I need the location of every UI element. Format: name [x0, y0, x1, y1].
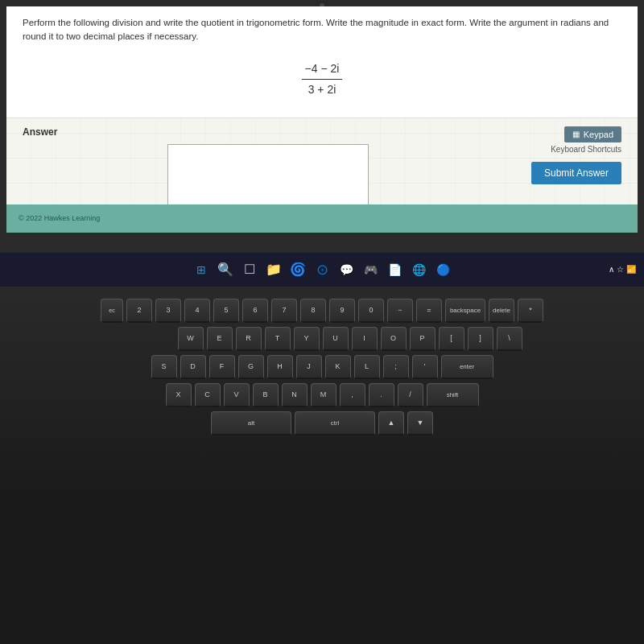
submit-section: Submit Answer: [531, 162, 621, 184]
key-shift[interactable]: shift: [427, 383, 479, 407]
key-bracket-right[interactable]: ]: [468, 327, 493, 351]
key-6[interactable]: 6: [242, 299, 268, 323]
denominator: 3 + 2i: [305, 80, 340, 98]
key-equals[interactable]: =: [416, 299, 442, 323]
copyright-text: © 2022 Hawkes Learning: [19, 214, 100, 222]
key-e[interactable]: E: [207, 327, 233, 351]
key-w[interactable]: W: [178, 327, 204, 351]
key-d[interactable]: D: [180, 355, 206, 379]
key-bracket-left[interactable]: [: [439, 327, 464, 351]
key-row-qwerty: W E R T Y U I O P [ ] \: [8, 327, 636, 351]
key-4[interactable]: 4: [184, 299, 210, 323]
chat-icon[interactable]: 💬: [336, 260, 356, 279]
edge-icon[interactable]: 🌐: [409, 260, 428, 279]
search-icon[interactable]: 🔍: [216, 260, 235, 279]
taskbar-icons-group: ⊞ 🔍 ☐ 📁 🌀 ⊙ 💬 🎮 📄 🌐 🔵: [192, 260, 452, 279]
keypad-icon: ▦: [572, 130, 580, 138]
question-area: Perform the following division and write…: [6, 6, 638, 118]
question-instruction: Perform the following division and write…: [23, 18, 609, 41]
key-v[interactable]: V: [224, 383, 250, 407]
extra-icon[interactable]: 🔵: [433, 260, 452, 279]
keypad-button[interactable]: ▦ Keypad: [564, 126, 621, 142]
key-quote[interactable]: ': [412, 355, 438, 379]
key-7[interactable]: 7: [271, 299, 297, 323]
key-9[interactable]: 9: [329, 299, 355, 323]
bottom-bezel: [0, 233, 644, 253]
keypad-area: ▦ Keypad Keyboard Shortcuts: [551, 126, 621, 154]
key-m[interactable]: M: [311, 383, 336, 407]
key-2[interactable]: 2: [126, 299, 152, 323]
key-k[interactable]: K: [325, 355, 351, 379]
key-u[interactable]: U: [323, 327, 349, 351]
key-b[interactable]: B: [253, 383, 279, 407]
key-s[interactable]: S: [151, 355, 177, 379]
key-0[interactable]: 0: [358, 299, 384, 323]
taskbar-system-icons: ∧ ☆ 📶: [609, 265, 636, 274]
taskbar: ⊞ 🔍 ☐ 📁 🌀 ⊙ 💬 🎮 📄 🌐 🔵 ∧ ☆ 📶: [0, 253, 644, 287]
key-h[interactable]: H: [267, 355, 293, 379]
office-icon[interactable]: 📄: [385, 260, 404, 279]
key-down[interactable]: ▼: [407, 411, 433, 436]
key-c[interactable]: C: [195, 383, 221, 407]
key-alt[interactable]: alt: [211, 411, 291, 436]
footer-bar: © 2022 Hawkes Learning: [6, 204, 638, 233]
key-row-bottom: alt ctrl ▲ ▼: [8, 411, 636, 436]
key-p[interactable]: P: [410, 327, 436, 351]
answer-label: Answer: [23, 126, 621, 138]
key-enter[interactable]: enter: [441, 355, 493, 379]
key-ec[interactable]: ec: [101, 299, 123, 323]
game-icon[interactable]: 🎮: [361, 260, 380, 279]
key-r[interactable]: R: [236, 327, 262, 351]
key-5[interactable]: 5: [213, 299, 239, 323]
browser-icon-2[interactable]: ⊙: [312, 260, 332, 279]
key-slash[interactable]: /: [398, 383, 423, 407]
math-display: −4 − 2i 3 + 2i: [23, 60, 621, 98]
windows-icon[interactable]: ⊞: [192, 260, 211, 279]
keypad-button-label: Keypad: [584, 130, 613, 139]
key-3[interactable]: 3: [155, 299, 181, 323]
key-period[interactable]: .: [369, 383, 394, 407]
key-j[interactable]: J: [296, 355, 322, 379]
submit-button[interactable]: Submit Answer: [531, 162, 621, 184]
key-t[interactable]: T: [265, 327, 291, 351]
key-up[interactable]: ▲: [378, 411, 404, 436]
key-8[interactable]: 8: [300, 299, 326, 323]
key-row-numbers: ec 2 3 4 5 6 7 8 9 0 − = backspace delet…: [8, 299, 636, 323]
file-explorer-icon[interactable]: 📁: [264, 260, 283, 279]
key-semicolon[interactable]: ;: [383, 355, 409, 379]
numerator: −4 − 2i: [302, 60, 343, 80]
key-l[interactable]: L: [354, 355, 380, 379]
key-y[interactable]: Y: [294, 327, 320, 351]
taskbar-right: ∧ ☆ 📶: [609, 265, 636, 274]
key-backspace[interactable]: backspace: [445, 299, 485, 323]
key-ctrl[interactable]: ctrl: [295, 411, 375, 436]
key-g[interactable]: G: [238, 355, 264, 379]
key-n[interactable]: N: [282, 383, 308, 407]
key-x[interactable]: X: [166, 383, 192, 407]
key-f[interactable]: F: [209, 355, 235, 379]
key-i[interactable]: I: [352, 327, 378, 351]
key-comma[interactable]: ,: [340, 383, 365, 407]
key-o[interactable]: O: [381, 327, 407, 351]
keyboard-shortcuts-link[interactable]: Keyboard Shortcuts: [551, 145, 621, 154]
screen-content: Perform the following division and write…: [6, 6, 638, 233]
key-asterisk[interactable]: *: [518, 299, 543, 323]
fraction: −4 − 2i 3 + 2i: [302, 60, 343, 98]
key-backslash[interactable]: \: [497, 327, 522, 351]
laptop-screen: Perform the following division and write…: [6, 6, 638, 233]
browser-icon-1[interactable]: 🌀: [288, 260, 308, 279]
key-row-zxcv: X C V B N M , . / shift: [8, 383, 636, 407]
keyboard-area: ec 2 3 4 5 6 7 8 9 0 − = backspace delet…: [0, 287, 644, 502]
task-view-icon[interactable]: ☐: [240, 260, 259, 279]
key-minus[interactable]: −: [387, 299, 413, 323]
key-delete[interactable]: delete: [489, 299, 514, 323]
key-row-asdf: S D F G H J K L ; ' enter: [8, 355, 636, 379]
